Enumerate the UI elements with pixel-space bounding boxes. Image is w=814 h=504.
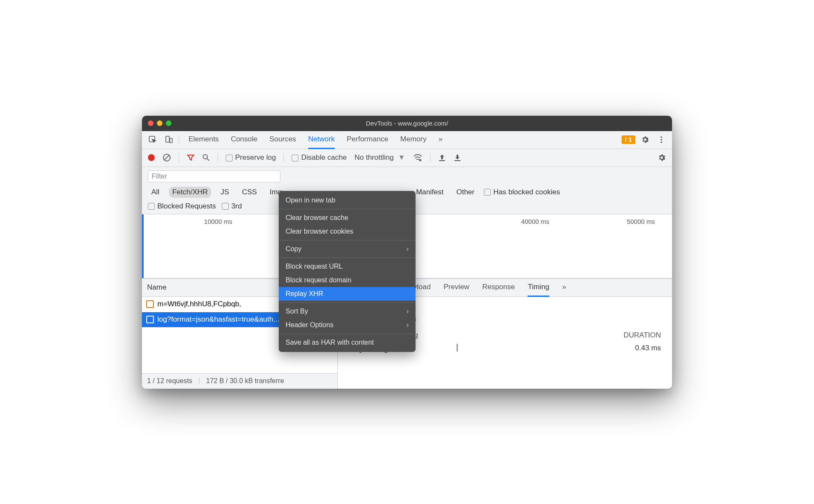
- menu-separator: [279, 209, 416, 209]
- tab-more-icon[interactable]: »: [562, 278, 566, 297]
- svg-rect-11: [439, 160, 445, 161]
- context-menu: Open in new tab Clear browser cache Clea…: [279, 191, 416, 352]
- warnings-badge[interactable]: 1: [622, 135, 635, 144]
- svg-rect-1: [166, 136, 169, 142]
- tab-sources[interactable]: Sources: [269, 131, 296, 149]
- inspect-element-icon[interactable]: [146, 133, 159, 146]
- tab-network[interactable]: Network: [308, 131, 335, 149]
- devtools-window: DevTools - www.google.com/ Elements Cons…: [142, 116, 672, 389]
- svg-line-7: [164, 155, 169, 160]
- timeline-tick: 50000 ms: [566, 218, 672, 278]
- settings-gear-icon[interactable]: [639, 133, 652, 146]
- tab-preview[interactable]: Preview: [443, 278, 469, 297]
- preserve-log-checkbox[interactable]: Preserve log: [226, 153, 276, 162]
- window-titlebar: DevTools - www.google.com/: [142, 116, 672, 131]
- chevron-right-icon: ›: [407, 308, 409, 315]
- filter-type-all[interactable]: All: [148, 187, 163, 198]
- network-conditions-icon[interactable]: [413, 154, 422, 161]
- filter-type-manifest[interactable]: Manifest: [413, 187, 447, 198]
- menu-block-request-url[interactable]: Block request URL: [279, 260, 416, 273]
- download-har-icon[interactable]: [454, 154, 461, 161]
- menu-separator: [279, 240, 416, 240]
- svg-point-10: [419, 159, 421, 161]
- svg-point-8: [203, 155, 207, 159]
- request-name: log?format=json&hasfast=true&auth...: [157, 315, 279, 324]
- network-settings-gear-icon[interactable]: [658, 153, 666, 162]
- transferred-size: 172 B / 30.0 kB transferre: [206, 377, 284, 385]
- caret-down-icon: ▼: [398, 153, 405, 162]
- tab-memory[interactable]: Memory: [400, 131, 426, 149]
- menu-block-request-domain[interactable]: Block request domain: [279, 273, 416, 287]
- menu-header-options[interactable]: Header Options›: [279, 318, 416, 332]
- timeline-tick: 10000 ms: [144, 218, 249, 278]
- request-count: 1 / 12 requests: [147, 377, 192, 385]
- throttling-select[interactable]: No throttling ▼: [354, 153, 405, 162]
- duration-header: DURATION: [623, 331, 661, 340]
- filter-type-js[interactable]: JS: [217, 187, 233, 198]
- search-icon[interactable]: [202, 154, 210, 161]
- chevron-right-icon: ›: [407, 321, 409, 329]
- svg-rect-2: [170, 138, 172, 143]
- tab-console[interactable]: Console: [231, 131, 257, 149]
- tab-timing[interactable]: Timing: [528, 278, 549, 297]
- menu-replay-xhr[interactable]: Replay XHR: [279, 287, 416, 301]
- resource-type-icon: [146, 316, 154, 323]
- separator: [179, 135, 179, 144]
- queueing-duration: 0.43 ms: [635, 344, 661, 354]
- menu-copy[interactable]: Copy›: [279, 242, 416, 256]
- menu-clear-browser-cookies[interactable]: Clear browser cookies: [279, 225, 416, 238]
- blocked-requests-checkbox[interactable]: Blocked Requests: [148, 202, 216, 211]
- svg-line-9: [207, 158, 209, 161]
- menu-open-in-new-tab[interactable]: Open in new tab: [279, 193, 416, 207]
- separator: [179, 153, 179, 162]
- request-name: m=Wt6vjf,hhhU8,FCpbqb,: [157, 300, 241, 308]
- filter-input[interactable]: Filter: [148, 170, 280, 182]
- kebab-menu-icon[interactable]: [655, 133, 668, 146]
- tab-response[interactable]: Response: [482, 278, 515, 297]
- svg-point-3: [661, 136, 662, 138]
- chevron-right-icon: ›: [407, 245, 409, 253]
- resource-type-icon: [146, 300, 154, 308]
- menu-clear-browser-cache[interactable]: Clear browser cache: [279, 211, 416, 225]
- third-party-checkbox[interactable]: 3rd: [222, 202, 242, 211]
- network-toolbar: Preserve log Disable cache No throttling…: [142, 149, 672, 167]
- menu-save-all-har[interactable]: Save all as HAR with content: [279, 336, 416, 349]
- separator: [430, 153, 431, 162]
- svg-point-4: [661, 139, 662, 141]
- filter-icon[interactable]: [187, 154, 195, 161]
- device-toolbar-icon[interactable]: [162, 133, 175, 146]
- disable-cache-checkbox[interactable]: Disable cache: [292, 153, 347, 162]
- tab-elements[interactable]: Elements: [189, 131, 219, 149]
- upload-har-icon[interactable]: [438, 154, 446, 161]
- record-button[interactable]: [148, 154, 155, 161]
- separator: [218, 153, 218, 162]
- tab-performance[interactable]: Performance: [347, 131, 388, 149]
- menu-separator: [279, 258, 416, 258]
- devtools-tabbar: Elements Console Sources Network Perform…: [142, 131, 672, 149]
- menu-separator: [279, 302, 416, 303]
- panel-tabs: Elements Console Sources Network Perform…: [189, 131, 618, 149]
- request-status-bar: 1 / 12 requests | 172 B / 30.0 kB transf…: [142, 373, 337, 389]
- tab-more-icon[interactable]: »: [439, 131, 442, 149]
- menu-separator: [279, 334, 416, 334]
- filter-type-fetchxhr[interactable]: Fetch/XHR: [169, 187, 211, 198]
- window-title: DevTools - www.google.com/: [142, 120, 672, 127]
- svg-point-5: [661, 141, 662, 143]
- menu-sort-by[interactable]: Sort By›: [279, 305, 416, 318]
- filter-type-other[interactable]: Other: [453, 187, 478, 198]
- timing-bar-icon: [457, 344, 458, 352]
- has-blocked-cookies-checkbox[interactable]: Has blocked cookies: [484, 188, 560, 196]
- timeline-tick: 40000 ms: [461, 218, 566, 278]
- clear-icon[interactable]: [162, 153, 171, 162]
- filter-type-css[interactable]: CSS: [239, 187, 260, 198]
- separator: [283, 153, 284, 162]
- svg-rect-12: [454, 160, 460, 161]
